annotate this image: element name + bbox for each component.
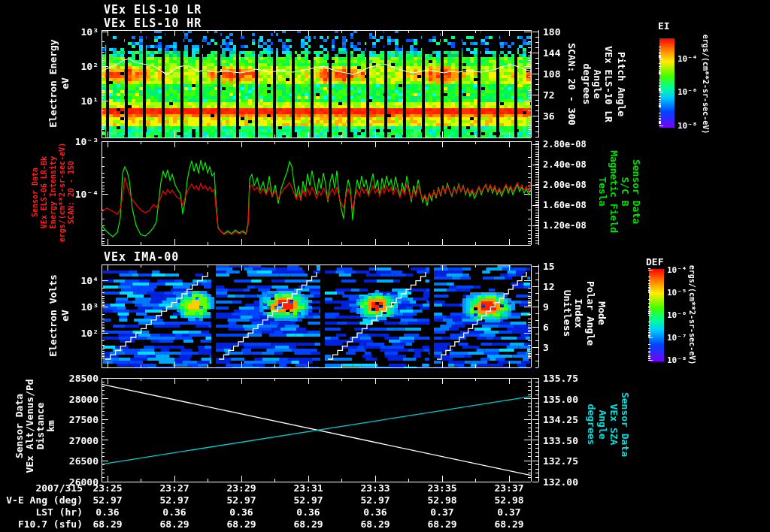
- p3-right-tick: 15: [543, 261, 555, 272]
- lst-value: 0.36: [275, 506, 341, 518]
- p1-left-axis-title: Electron Energy: [47, 39, 59, 127]
- f107-value: 68.29: [476, 518, 542, 530]
- f107-value: 68.29: [74, 518, 141, 530]
- p4-left-tick: 28500: [50, 373, 99, 384]
- ima-colorbar-tick: 10⁻⁵: [667, 288, 687, 298]
- p4-left-axis-line3: Distance: [35, 403, 46, 450]
- time-tick-label: 23:37: [476, 482, 542, 494]
- p1-right-axis-line3: Angle: [592, 69, 603, 98]
- p3-right-tick: 6: [543, 322, 549, 333]
- p1-right-tick: 108: [543, 68, 560, 80]
- p2-right-tick: 1.20e-08: [543, 220, 587, 231]
- p4-right-tick: 132.00: [543, 476, 578, 488]
- lst-value: 0.36: [208, 506, 274, 518]
- p2-right-tick: 2.80e-08: [543, 139, 587, 150]
- p2-left-tick: 10⁻³: [50, 136, 99, 147]
- p2-right-axis-line2: S/C B: [620, 177, 631, 206]
- veang-value: 52.98: [476, 494, 542, 506]
- p4-left-tick: 28000: [50, 393, 99, 404]
- p4-left-tick: 26500: [50, 455, 99, 467]
- panel1-title-hr: VEx ELS-10 HR: [104, 17, 202, 30]
- ima-colorbar-tick: 10⁻⁸: [667, 355, 687, 365]
- panel1-title-lr: VEx ELS-10 LR: [104, 3, 202, 17]
- lst-value: 0.36: [74, 506, 141, 518]
- veang-value: 52.97: [275, 494, 341, 506]
- row-label-f107: F10.7 (sfu): [0, 518, 83, 530]
- p1-right-axis-line2: VEx ELS-10 LR: [603, 46, 614, 122]
- panel3-title: VEx IMA-00: [104, 250, 179, 264]
- p2-right-axis-line3: Magnetic Field: [608, 150, 620, 233]
- els-colorbar-tick: 10⁻⁶: [678, 87, 698, 97]
- p3-right-tick: 3: [543, 342, 549, 353]
- f107-value: 68.29: [141, 518, 208, 530]
- p1-right-axis-line5: SCAN: 20 - 300: [566, 43, 578, 125]
- p2-left-axis-line1: Sensor Data: [31, 168, 39, 217]
- p3-right-axis-line1: Mode: [596, 301, 608, 325]
- p1-right-tick: 180: [543, 26, 560, 38]
- p2-right-tick: 2.40e-08: [543, 159, 587, 170]
- ima-colorbar-title: DEF: [646, 256, 663, 268]
- veang-value: 52.98: [409, 494, 475, 506]
- els-colorbar-title: EI: [658, 20, 670, 32]
- veang-value: 52.97: [74, 494, 141, 506]
- p4-left-axis-line1: Sensor Data: [14, 394, 25, 458]
- vex-telemetry-plot: VEx ELS-10 LR VEx ELS-10 HR VEx IMA-00 E…: [0, 0, 770, 532]
- p3-right-axis-line4: Unitless: [562, 290, 573, 337]
- p1-right-axis-title: Pitch Angle: [616, 52, 627, 116]
- p2-left-axis-line2: VEx ELS-06 LR-Bk: [40, 156, 48, 228]
- p4-right-axis-line4: degrees: [586, 404, 597, 446]
- ima-colorbar-tick: 10⁻⁶: [667, 310, 687, 320]
- lst-value: 0.37: [409, 506, 475, 518]
- p4-right-tick: 133.50: [543, 434, 578, 446]
- p3-left-tick: 10²: [50, 328, 99, 339]
- time-tick-label: 23:25: [74, 482, 141, 494]
- time-tick-label: 23:29: [208, 482, 274, 494]
- p3-right-axis-line2: Polar Angle: [585, 281, 596, 346]
- els-colorbar-tick: 10⁻⁸: [678, 121, 698, 131]
- p4-left-tick: 27000: [50, 434, 99, 446]
- p4-right-tick: 134.25: [543, 414, 578, 425]
- p2-left-tick: 10⁻⁴: [50, 189, 99, 200]
- p1-right-tick: 144: [543, 47, 560, 59]
- p2-right-axis-line4: Tesla: [597, 177, 608, 206]
- lst-value: 0.36: [141, 506, 208, 518]
- f107-value: 68.29: [208, 518, 274, 530]
- p1-left-tick: 10²: [50, 61, 99, 72]
- p1-left-tick: 10³: [50, 26, 99, 38]
- p3-left-tick: 10⁴: [50, 275, 99, 286]
- p4-left-tick: 27500: [50, 414, 99, 425]
- p4-right-tick: 135.00: [543, 393, 578, 404]
- f107-value: 68.29: [342, 518, 408, 530]
- p1-left-tick: 10¹: [50, 95, 99, 107]
- p1-left-axis-unit: eV: [59, 77, 71, 89]
- lst-value: 0.36: [342, 506, 408, 518]
- p4-right-axis-line2: VEx SZA: [608, 404, 620, 446]
- p4-right-axis-line3: Angle: [597, 410, 608, 439]
- p4-left-axis-line2: VEx Alt/Venus/Pd: [24, 379, 35, 473]
- p1-right-tick: 36: [543, 110, 555, 122]
- f107-value: 68.29: [409, 518, 475, 530]
- p1-right-axis-line4: degrees: [581, 64, 593, 105]
- p2-right-tick: 1.60e-08: [543, 200, 587, 210]
- veang-value: 52.97: [141, 494, 208, 506]
- veang-value: 52.97: [342, 494, 408, 506]
- p2-right-tick: 2.00e-08: [543, 180, 587, 190]
- p4-right-tick: 135.75: [543, 373, 578, 384]
- p3-right-tick: 9: [543, 301, 549, 313]
- p3-left-axis-title: Electron Volts: [47, 274, 59, 357]
- p4-right-axis-line1: Sensor Data: [620, 392, 631, 457]
- p1-right-tick: 72: [543, 89, 555, 101]
- ima-colorbar-tick: 10⁻⁷: [667, 333, 687, 343]
- lst-value: 0.37: [476, 506, 542, 518]
- els-colorbar-unit: ergs/(cm**2-sr-sec-eV): [702, 35, 710, 134]
- time-tick-label: 23:31: [275, 482, 341, 494]
- p2-right-axis-line1: Sensor Data: [631, 159, 642, 224]
- ima-colorbar-unit: ergs/(cm**2-sr-sec-eV): [688, 265, 696, 364]
- f107-value: 68.29: [275, 518, 341, 530]
- veang-value: 52.97: [208, 494, 274, 506]
- els-colorbar-tick: 10⁻⁴: [678, 54, 698, 64]
- p3-right-axis-line3: Index: [573, 298, 584, 328]
- row-label-veang: V-E Ang (deg): [0, 494, 83, 506]
- time-tick-label: 23:33: [342, 482, 408, 494]
- p4-right-tick: 132.75: [543, 455, 578, 467]
